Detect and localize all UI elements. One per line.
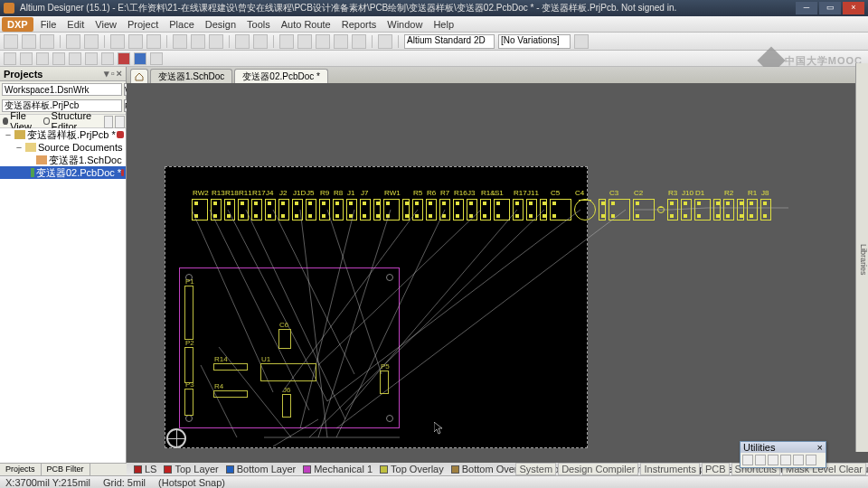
- menu-tools[interactable]: Tools: [241, 17, 276, 32]
- svg-line-7: [300, 210, 354, 428]
- tb2-icon[interactable]: [85, 52, 98, 65]
- tb2-icon[interactable]: [36, 52, 49, 65]
- tree-refresh-icon[interactable]: [115, 116, 125, 128]
- home-tab[interactable]: [130, 69, 148, 83]
- print-icon[interactable]: [66, 34, 80, 49]
- menu-project[interactable]: Project: [122, 17, 164, 32]
- menu-autoroute[interactable]: Auto Route: [276, 17, 336, 32]
- minimize-button[interactable]: ─: [796, 2, 817, 14]
- deselect-icon[interactable]: [334, 34, 348, 49]
- save-icon[interactable]: [40, 34, 54, 49]
- workspace-input[interactable]: [2, 83, 122, 96]
- sidebar-footer-tabs: Projects PCB Filter: [0, 463, 127, 475]
- status-bar: X:3700mil Y:215mil Grid: 5mil (Hotspot S…: [0, 475, 868, 488]
- layer-tab[interactable]: Bottom Layer: [222, 464, 299, 474]
- layer-tab[interactable]: Top Overlay: [376, 464, 448, 474]
- tb2-icon[interactable]: [52, 52, 65, 65]
- zoom-fit-icon[interactable]: [128, 34, 143, 49]
- tb2-text-icon[interactable]: [150, 52, 163, 65]
- component-c6[interactable]: C6: [278, 329, 291, 349]
- footer-tab-projects[interactable]: Projects: [0, 464, 42, 475]
- view-mode-combo[interactable]: Altium Standard 2D: [404, 34, 495, 49]
- redo-icon[interactable]: [253, 34, 268, 49]
- undo-icon[interactable]: [235, 34, 250, 49]
- tb2-icon[interactable]: [20, 52, 33, 65]
- clear-icon[interactable]: [352, 34, 366, 49]
- panel-shortcut-tab[interactable]: System: [515, 463, 556, 475]
- svg-line-3: [246, 210, 345, 419]
- util-btn-icon[interactable]: [780, 455, 791, 465]
- panel-close-icon[interactable]: ×: [117, 68, 122, 80]
- component-r14[interactable]: R14: [213, 363, 248, 371]
- tb2-color-icon[interactable]: [118, 52, 130, 65]
- footer-tab-pcbfilter[interactable]: PCB Filter: [42, 464, 90, 475]
- tab-pcbdoc[interactable]: 变送器02.PcbDoc *: [234, 69, 328, 83]
- component-p5[interactable]: P5: [380, 371, 389, 394]
- component-p2[interactable]: P2: [184, 347, 193, 383]
- paste-icon[interactable]: [209, 34, 223, 49]
- tree-row[interactable]: −变送器样板.PrjPcb *: [0, 128, 126, 141]
- panel-pin-icon[interactable]: ▫: [111, 68, 115, 80]
- new-icon[interactable]: [4, 34, 18, 49]
- open-icon[interactable]: [22, 34, 36, 49]
- menu-view[interactable]: View: [90, 17, 122, 32]
- panel-menu-icon[interactable]: ▾: [104, 68, 109, 80]
- component-j6[interactable]: J6: [282, 394, 291, 418]
- tb2-icon[interactable]: [69, 52, 81, 65]
- component-r4[interactable]: R4: [213, 390, 248, 398]
- variation-combo[interactable]: [No Variations]: [498, 34, 571, 49]
- tree-row[interactable]: 变送器02.PcbDoc *: [0, 166, 126, 179]
- menu-help[interactable]: Help: [428, 17, 459, 32]
- util-btn-icon[interactable]: [755, 455, 766, 465]
- panel-shortcut-tab[interactable]: Instruments: [640, 463, 699, 475]
- layer-tab[interactable]: Mechanical 1: [299, 464, 376, 474]
- component-p3[interactable]: P3: [184, 389, 193, 416]
- utilities-close-icon[interactable]: ×: [817, 442, 823, 453]
- libraries-side-tab[interactable]: Libraries: [855, 63, 868, 452]
- component-u1[interactable]: U1: [260, 363, 316, 381]
- menu-place[interactable]: Place: [164, 17, 200, 32]
- menu-reports[interactable]: Reports: [336, 17, 382, 32]
- preview-icon[interactable]: [84, 34, 99, 49]
- cut-icon[interactable]: [173, 34, 187, 49]
- util-btn-icon[interactable]: [806, 455, 816, 465]
- tab-schdoc[interactable]: 变送器1.SchDoc: [150, 69, 232, 83]
- menu-edit[interactable]: Edit: [61, 17, 90, 32]
- select-icon[interactable]: [297, 34, 312, 49]
- cross-probe-icon[interactable]: [279, 34, 294, 49]
- close-button[interactable]: ×: [843, 2, 864, 14]
- svg-line-11: [318, 210, 481, 365]
- util-btn-icon[interactable]: [742, 455, 753, 465]
- copy-icon[interactable]: [191, 34, 205, 49]
- panel-shortcut-tab[interactable]: PCB: [702, 463, 730, 475]
- tb2-color-icon[interactable]: [134, 52, 146, 65]
- browse-icon[interactable]: [378, 34, 392, 49]
- utilities-panel[interactable]: Utilities×: [740, 441, 826, 468]
- pcb-canvas[interactable]: RW2R13R18R11R17J4J2J1DJ5R9R8J1J7RW1R5R6R…: [127, 83, 868, 477]
- maximize-button[interactable]: ▭: [819, 2, 841, 14]
- secondary-toolbar: [0, 51, 868, 67]
- panel-shortcut-tab[interactable]: Design Compiler: [558, 463, 638, 475]
- layer-tab[interactable]: LS: [130, 464, 160, 474]
- variation-menu-icon[interactable]: [574, 34, 589, 49]
- zoom-area-icon[interactable]: [110, 34, 125, 49]
- tb2-icon[interactable]: [101, 52, 114, 65]
- file-view-radio[interactable]: File View: [0, 115, 41, 127]
- component-p1[interactable]: P1: [184, 286, 193, 340]
- tree-row[interactable]: −Source Documents: [0, 141, 126, 154]
- tb2-icon[interactable]: [4, 52, 16, 65]
- move-icon[interactable]: [316, 34, 330, 49]
- tree-config-icon[interactable]: [104, 116, 114, 128]
- menu-dxp[interactable]: DXP: [2, 17, 33, 32]
- util-btn-icon[interactable]: [793, 455, 804, 465]
- project-tree[interactable]: −变送器样板.PrjPcb *−Source Documents变送器1.Sch…: [0, 128, 126, 477]
- structure-radio[interactable]: Structure Editor: [41, 115, 102, 127]
- menu-window[interactable]: Window: [382, 17, 428, 32]
- tree-row[interactable]: 变送器1.SchDoc: [0, 154, 126, 166]
- menu-design[interactable]: Design: [200, 17, 241, 32]
- menu-file[interactable]: File: [35, 17, 62, 32]
- util-btn-icon[interactable]: [768, 455, 778, 465]
- main-toolbar: Altium Standard 2D [No Variations] 中国大学M…: [0, 33, 868, 51]
- zoom-selected-icon[interactable]: [146, 34, 161, 49]
- layer-tab[interactable]: Top Layer: [160, 464, 222, 474]
